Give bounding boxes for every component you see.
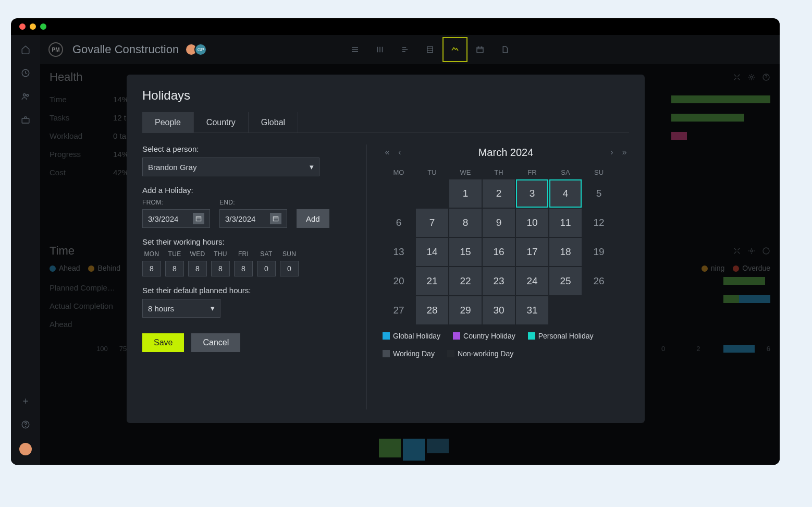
window-zoom-icon[interactable]: [40, 23, 46, 30]
svg-point-1: [23, 94, 26, 96]
add-holiday-label: Add a Holiday:: [142, 186, 351, 195]
calendar-day[interactable]: 5: [583, 179, 615, 208]
chevron-down-icon: ▾: [310, 162, 314, 172]
calendar-icon[interactable]: [193, 213, 204, 224]
calendar-day[interactable]: 14: [416, 238, 448, 266]
calendar-day[interactable]: 16: [483, 238, 515, 266]
day-abbr: TUE: [168, 250, 181, 258]
calendar-day[interactable]: 2: [483, 179, 515, 208]
calendar-day[interactable]: 6: [383, 209, 415, 237]
tab-country[interactable]: Country: [194, 112, 249, 133]
calendar-dow: MOTUWETHFRSASU: [383, 168, 629, 176]
member-avatars[interactable]: GP: [188, 43, 207, 56]
add-button[interactable]: Add: [297, 209, 329, 228]
calendar-day[interactable]: 22: [449, 267, 482, 295]
prev-year-icon[interactable]: «: [383, 148, 392, 157]
calendar-day[interactable]: 18: [549, 238, 582, 266]
briefcase-icon[interactable]: [20, 115, 31, 125]
calendar-day[interactable]: 19: [583, 238, 615, 266]
planned-hours-label: Set their default planned hours:: [142, 286, 351, 295]
end-label: END:: [219, 199, 287, 206]
day-abbr: SAT: [260, 250, 272, 258]
calendar-day[interactable]: 21: [416, 267, 448, 295]
day-hours-input[interactable]: [234, 261, 253, 276]
left-rail: [11, 35, 40, 465]
window-close-icon[interactable]: [19, 23, 26, 30]
view-switcher: [342, 37, 518, 62]
window-minimize-icon[interactable]: [30, 23, 36, 30]
calendar-day[interactable]: 24: [516, 267, 548, 295]
view-sheet-icon[interactable]: [417, 37, 442, 62]
cancel-button[interactable]: Cancel: [191, 333, 240, 352]
calendar-legend: Global HolidayCountry HolidayPersonal Ho…: [383, 332, 629, 358]
calendar-day[interactable]: 12: [583, 209, 615, 237]
view-file-icon[interactable]: [493, 37, 518, 62]
calendar-grid: 1234567891011121314151617181920212223242…: [383, 179, 629, 324]
day-abbr: MON: [144, 250, 159, 258]
prev-month-icon[interactable]: ‹: [395, 148, 404, 157]
calendar-day[interactable]: 20: [383, 267, 415, 295]
svg-rect-6: [427, 47, 433, 53]
calendar-day[interactable]: 23: [483, 267, 515, 295]
select-person-label: Select a person:: [142, 144, 351, 153]
person-select[interactable]: Brandon Gray ▾: [142, 158, 319, 176]
calendar-day[interactable]: 31: [516, 296, 548, 324]
from-date-input[interactable]: [142, 209, 210, 228]
app-logo-icon[interactable]: PM: [48, 42, 63, 57]
calendar-day[interactable]: 13: [383, 238, 415, 266]
tab-global[interactable]: Global: [249, 112, 298, 133]
day-hours-input[interactable]: [142, 261, 161, 276]
view-calendar-icon[interactable]: [467, 37, 493, 62]
calendar-day[interactable]: 8: [449, 209, 482, 237]
day-hours-input[interactable]: [188, 261, 207, 276]
calendar-day[interactable]: 29: [449, 296, 482, 324]
day-hours-input[interactable]: [165, 261, 184, 276]
day-hours-input[interactable]: [257, 261, 276, 276]
calendar-day[interactable]: 27: [383, 296, 415, 324]
end-date-input[interactable]: [219, 209, 287, 228]
svg-rect-7: [477, 47, 483, 53]
view-dashboard-icon[interactable]: [442, 37, 467, 62]
chevron-down-icon: ▾: [211, 304, 215, 313]
calendar-day[interactable]: 9: [483, 209, 515, 237]
view-gantt-icon[interactable]: [367, 37, 392, 62]
day-hours-input[interactable]: [211, 261, 230, 276]
calendar-day[interactable]: 1: [449, 179, 482, 208]
day-hours-input[interactable]: [280, 261, 299, 276]
calendar-day[interactable]: 26: [583, 267, 615, 295]
day-abbr: WED: [190, 250, 205, 258]
planned-hours-select[interactable]: 8 hours ▾: [142, 299, 220, 318]
svg-rect-3: [22, 118, 29, 123]
calendar-day[interactable]: 17: [516, 238, 548, 266]
app-window: PM Govalle Construction GP: [11, 18, 780, 465]
calendar-day[interactable]: 25: [549, 267, 582, 295]
tab-people[interactable]: People: [142, 112, 194, 133]
user-avatar[interactable]: [19, 443, 32, 455]
svg-rect-12: [196, 217, 201, 221]
calendar-day[interactable]: 15: [449, 238, 482, 266]
save-button[interactable]: Save: [142, 333, 184, 352]
plus-icon[interactable]: [20, 396, 31, 406]
calendar-day[interactable]: 11: [549, 209, 582, 237]
svg-rect-13: [273, 217, 278, 221]
next-year-icon[interactable]: »: [620, 148, 629, 157]
calendar-month: March 2024: [478, 147, 534, 159]
clock-icon[interactable]: [20, 68, 31, 78]
day-abbr: SUN: [282, 250, 296, 258]
calendar-icon[interactable]: [270, 213, 281, 224]
team-icon[interactable]: [20, 91, 31, 102]
view-list-icon[interactable]: [342, 37, 367, 62]
day-abbr: FRI: [238, 250, 249, 258]
home-icon[interactable]: [20, 44, 31, 55]
calendar-day[interactable]: 10: [516, 209, 548, 237]
modal-left-panel: Select a person: Brandon Gray ▾ Add a Ho…: [142, 144, 351, 409]
modal-title: Holidays: [142, 88, 629, 103]
help-icon[interactable]: [20, 419, 31, 430]
calendar-day[interactable]: 3: [516, 179, 548, 208]
next-month-icon[interactable]: ›: [607, 148, 617, 157]
calendar-day[interactable]: 4: [549, 179, 582, 208]
view-board-icon[interactable]: [392, 37, 417, 62]
calendar-day[interactable]: 30: [483, 296, 515, 324]
calendar-day[interactable]: 7: [416, 209, 448, 237]
calendar-day[interactable]: 28: [416, 296, 448, 324]
